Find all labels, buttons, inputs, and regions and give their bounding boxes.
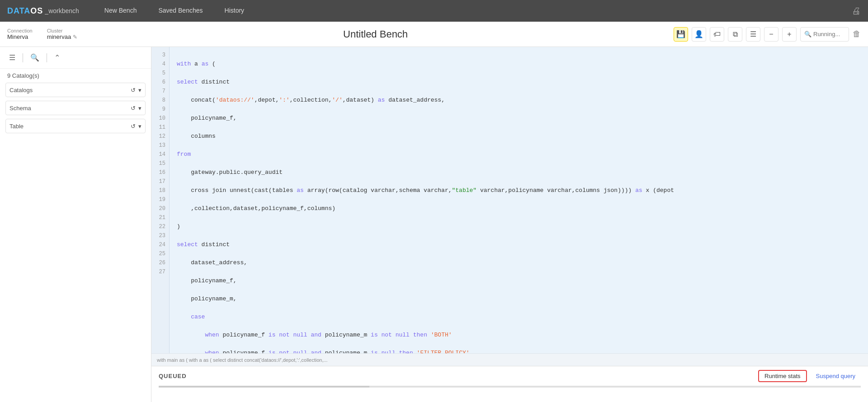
line-num: 19	[155, 195, 165, 204]
tag-button[interactable]: 🏷	[710, 27, 724, 42]
save-button[interactable]: 💾	[674, 27, 688, 42]
table-label: Table	[9, 123, 131, 130]
main-layout: ☰ 🔍 ⌃ 9 Catalog(s) Catalogs ↺ ▾ Schema ↺…	[0, 47, 868, 402]
bottom-actions: Runtime stats Suspend query	[758, 370, 861, 382]
copy-button[interactable]: ⧉	[728, 27, 742, 42]
runtime-stats-button[interactable]: Runtime stats	[758, 370, 807, 382]
table-refresh-icon[interactable]: ↺	[131, 123, 136, 130]
user-button[interactable]: 👤	[692, 27, 706, 42]
editor-container[interactable]: 3 4 5 6 7 8 9 10 11 12 13 14 15 16 17 18	[151, 47, 868, 353]
sidebar: ☰ 🔍 ⌃ 9 Catalog(s) Catalogs ↺ ▾ Schema ↺…	[0, 47, 151, 402]
line-num: 17	[155, 177, 165, 186]
line-numbers: 3 4 5 6 7 8 9 10 11 12 13 14 15 16 17 18	[151, 47, 170, 353]
line-num: 6	[155, 78, 165, 87]
minimap-text: with main as ( with a as ( select distin…	[157, 357, 328, 363]
line-num: 18	[155, 186, 165, 195]
cluster-value-row: minervaa ✎	[47, 33, 77, 40]
sidebar-search-icon[interactable]: 🔍	[28, 52, 41, 63]
minus-button[interactable]: −	[764, 27, 778, 42]
catalogs-count: 9 Catalog(s)	[0, 69, 151, 83]
nav-item-history[interactable]: History	[214, 0, 255, 22]
code-line: columns	[177, 132, 861, 141]
line-num: 21	[155, 213, 165, 222]
code-line: policyname_f,	[177, 114, 861, 123]
sidebar-divider-2	[47, 53, 47, 62]
code-line: select distinct	[177, 240, 861, 249]
line-num: 25	[155, 249, 165, 258]
code-line: )	[177, 222, 861, 231]
catalogs-refresh-icon[interactable]: ↺	[131, 87, 136, 93]
code-line: ,collection,dataset,policyname_f,columns…	[177, 204, 861, 213]
line-num: 4	[155, 60, 165, 69]
logo-data-part: DATA	[7, 6, 30, 15]
line-num: 23	[155, 231, 165, 240]
schema-chevron-icon[interactable]: ▾	[138, 105, 142, 112]
connection-label: Connection	[7, 28, 33, 33]
sub-header: Connection Minerva Cluster minervaa ✎ Un…	[0, 22, 868, 47]
print-icon[interactable]: 🖨	[852, 6, 861, 16]
code-line: when policyname_f is not null and policy…	[177, 349, 861, 353]
line-num: 10	[155, 114, 165, 123]
catalogs-dropdown-icons: ↺ ▾	[131, 87, 142, 93]
logo: DATAOS _workbench	[7, 6, 79, 16]
catalogs-dropdown[interactable]: Catalogs ↺ ▾	[5, 83, 146, 97]
code-line: select distinct	[177, 78, 861, 87]
line-num: 16	[155, 168, 165, 177]
bottom-status-bar: QUEUED Runtime stats Suspend query	[151, 366, 868, 386]
code-lines[interactable]: with a as ( select distinct concat('data…	[170, 47, 868, 353]
catalogs-chevron-icon[interactable]: ▾	[138, 87, 142, 93]
sidebar-divider	[23, 53, 23, 62]
sidebar-collapse-icon[interactable]: ⌃	[52, 52, 62, 63]
progress-fill	[159, 386, 369, 388]
cluster-label: Cluster	[47, 28, 77, 33]
cluster-info: Cluster minervaa ✎	[47, 28, 77, 40]
code-line: from	[177, 150, 861, 159]
line-num: 12	[155, 132, 165, 141]
line-num: 20	[155, 204, 165, 213]
list-button[interactable]: ☰	[746, 27, 760, 42]
line-num: 24	[155, 240, 165, 249]
catalogs-label: Catalogs	[9, 87, 131, 93]
line-num: 8	[155, 96, 165, 105]
table-dropdown[interactable]: Table ↺ ▾	[5, 119, 146, 133]
search-box: 🔍	[800, 27, 849, 42]
line-num: 27	[155, 267, 165, 276]
line-num: 3	[155, 51, 165, 60]
line-num: 15	[155, 159, 165, 168]
nav-item-new-bench[interactable]: New Bench	[94, 0, 148, 22]
schema-dropdown[interactable]: Schema ↺ ▾	[5, 101, 146, 115]
delete-button[interactable]: 🗑	[853, 29, 861, 39]
table-chevron-icon[interactable]: ▾	[138, 123, 142, 130]
schema-dropdown-icons: ↺ ▾	[131, 105, 142, 112]
code-line: concat('dataos://',depot,':',collection,…	[177, 96, 861, 105]
line-num: 22	[155, 222, 165, 231]
editor-area: 3 4 5 6 7 8 9 10 11 12 13 14 15 16 17 18	[151, 47, 868, 402]
cluster-edit-icon[interactable]: ✎	[73, 34, 77, 40]
code-line: policyname_f,	[177, 276, 861, 285]
line-num: 11	[155, 123, 165, 132]
schema-refresh-icon[interactable]: ↺	[131, 105, 136, 112]
cluster-value: minervaa	[47, 33, 71, 40]
logo-text: DATAOS	[7, 6, 43, 16]
suspend-query-button[interactable]: Suspend query	[811, 371, 861, 381]
line-num: 7	[155, 87, 165, 96]
code-editor: 3 4 5 6 7 8 9 10 11 12 13 14 15 16 17 18	[151, 47, 868, 353]
plus-button[interactable]: +	[782, 27, 797, 42]
nav-item-saved-benches[interactable]: Saved Benches	[147, 0, 213, 22]
line-num: 9	[155, 105, 165, 114]
sidebar-toolbar: ☰ 🔍 ⌃	[0, 47, 151, 69]
bottom-panel: QUEUED Runtime stats Suspend query	[151, 366, 868, 402]
line-num: 14	[155, 150, 165, 159]
code-line: dataset_address,	[177, 258, 861, 267]
logo-workbench-text: _workbench	[45, 7, 79, 14]
top-navigation: DATAOS _workbench New Bench Saved Benche…	[0, 0, 868, 22]
minimap-bar: with main as ( with a as ( select distin…	[151, 353, 868, 366]
table-dropdown-icons: ↺ ▾	[131, 123, 142, 130]
search-icon: 🔍	[804, 31, 811, 37]
code-line: policyname_m,	[177, 294, 861, 304]
progress-bar	[159, 386, 861, 388]
code-line: cross join unnest(cast(tables as array(r…	[177, 186, 861, 195]
sidebar-menu-icon[interactable]: ☰	[7, 52, 17, 63]
search-input[interactable]	[813, 31, 845, 37]
line-num: 26	[155, 258, 165, 267]
